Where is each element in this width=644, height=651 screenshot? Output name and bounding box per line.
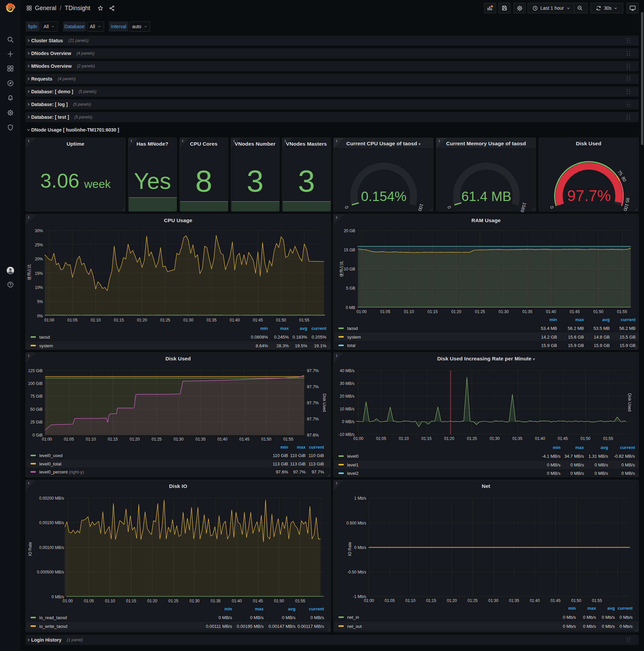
svg-text:current: current <box>617 606 633 611</box>
svg-text:0.00111 MB/s: 0.00111 MB/s <box>206 624 232 629</box>
svg-text:01:50: 01:50 <box>276 318 286 322</box>
svg-text:01:00: 01:00 <box>353 436 363 441</box>
svg-text:0.000500 MB/s: 0.000500 MB/s <box>37 570 64 575</box>
svg-text:min: min <box>568 606 576 611</box>
svg-text:56.2 MB: 56.2 MB <box>619 326 636 331</box>
svg-text:total: total <box>347 343 356 348</box>
svg-text:io_write_taosd: io_write_taosd <box>39 624 67 629</box>
svg-text:01:00: 01:00 <box>357 309 366 314</box>
svg-text:97.7%: 97.7% <box>307 417 319 422</box>
svg-text:0 MB/s: 0 MB/s <box>250 615 264 620</box>
svg-text:01:30: 01:30 <box>490 436 500 441</box>
svg-text:01:40: 01:40 <box>232 599 242 603</box>
svg-text:1589: 1589 <box>520 202 527 213</box>
svg-text:avg: avg <box>607 606 615 611</box>
svg-text:5 GB: 5 GB <box>346 286 355 290</box>
svg-text:IO Rate: IO Rate <box>28 542 33 556</box>
svg-text:01:25: 01:25 <box>468 598 478 603</box>
svg-text:30 MB/s: 30 MB/s <box>340 381 355 386</box>
svg-text:01:05: 01:05 <box>376 436 386 441</box>
svg-text:0 MB/s: 0 MB/s <box>282 615 296 620</box>
svg-text:0 MB/s: 0 MB/s <box>595 471 608 476</box>
svg-text:61.4 MB: 61.4 MB <box>461 189 512 204</box>
svg-text:01:20: 01:20 <box>444 436 454 441</box>
svg-text:01:50: 01:50 <box>571 598 581 603</box>
svg-text:80: 80 <box>620 176 627 183</box>
svg-text:01:10: 01:10 <box>404 309 414 314</box>
svg-text:0 Mb/s: 0 Mb/s <box>583 624 597 629</box>
svg-text:使用占比: 使用占比 <box>339 261 344 277</box>
svg-text:01:45: 01:45 <box>558 436 568 441</box>
svg-text:01:00: 01:00 <box>44 318 54 322</box>
svg-text:current: current <box>309 607 324 611</box>
svg-text:01:45: 01:45 <box>253 599 263 603</box>
svg-text:-0.50 Mb/s: -0.50 Mb/s <box>347 570 366 575</box>
svg-text:97.7%: 97.7% <box>567 187 611 204</box>
svg-text:113 GiB: 113 GiB <box>290 461 305 466</box>
svg-text:io_read_taosd: io_read_taosd <box>39 615 67 620</box>
svg-text:19.1%: 19.1% <box>314 343 326 348</box>
svg-text:113 GiB: 113 GiB <box>309 461 324 466</box>
svg-text:1.31 MB/s: 1.31 MB/s <box>588 454 608 459</box>
svg-text:0 MB/s: 0 MB/s <box>311 615 324 620</box>
svg-text:15.6 GB: 15.6 GB <box>568 335 584 340</box>
svg-text:01:40: 01:40 <box>217 437 227 442</box>
svg-text:0 MB: 0 MB <box>346 305 355 310</box>
svg-text:0 Mb/s: 0 Mb/s <box>583 615 597 620</box>
svg-text:01:20: 01:20 <box>451 309 461 314</box>
svg-text:15.9 GB: 15.9 GB <box>568 343 584 348</box>
svg-text:113 GiB: 113 GiB <box>273 461 288 466</box>
svg-text:0: 0 <box>446 205 452 209</box>
svg-text:100 GiB: 100 GiB <box>28 381 42 386</box>
svg-text:97.7%: 97.7% <box>312 469 324 474</box>
svg-text:min: min <box>549 317 557 322</box>
svg-text:0 Mb/s: 0 Mb/s <box>619 624 633 629</box>
svg-text:level1: level1 <box>347 462 359 467</box>
svg-text:avg: avg <box>288 607 295 611</box>
svg-text:使用占比: 使用占比 <box>27 264 32 280</box>
svg-text:20 MB/s: 20 MB/s <box>340 394 355 399</box>
svg-text:system: system <box>347 335 361 340</box>
svg-text:01:30: 01:30 <box>488 598 498 603</box>
svg-text:1 Mb/s: 1 Mb/s <box>354 496 366 501</box>
svg-text:max: max <box>297 445 306 450</box>
svg-text:01:10: 01:10 <box>105 599 115 603</box>
svg-text:01:20: 01:20 <box>137 318 147 322</box>
svg-text:01:15: 01:15 <box>426 598 436 603</box>
svg-text:53.5 MB: 53.5 MB <box>594 326 610 331</box>
svg-text:01:15: 01:15 <box>108 437 118 442</box>
svg-text:01:50: 01:50 <box>261 437 271 442</box>
svg-text:20 GB: 20 GB <box>344 228 355 233</box>
svg-text:97.7%: 97.7% <box>307 368 319 373</box>
svg-text:0 MB/s: 0 MB/s <box>621 471 635 476</box>
svg-text:0 MB/s: 0 MB/s <box>571 462 584 467</box>
svg-text:75: 75 <box>616 169 623 177</box>
svg-text:0 Mb/s: 0 Mb/s <box>563 624 576 629</box>
svg-text:01:35: 01:35 <box>206 318 217 322</box>
svg-text:01:05: 01:05 <box>64 437 74 442</box>
svg-text:14.8 GB: 14.8 GB <box>594 335 610 340</box>
svg-text:53.4 MB: 53.4 MB <box>541 326 557 331</box>
svg-text:56.2 MB: 56.2 MB <box>568 326 584 331</box>
svg-text:125 GiB: 125 GiB <box>28 368 42 373</box>
svg-text:01:15: 01:15 <box>126 599 136 603</box>
svg-text:system: system <box>39 343 53 348</box>
svg-text:0.245%: 0.245% <box>274 335 289 340</box>
svg-text:taosd: taosd <box>347 326 358 331</box>
svg-text:01:15: 01:15 <box>114 318 124 322</box>
svg-text:max: max <box>255 607 264 611</box>
svg-text:0.205%: 0.205% <box>312 335 327 340</box>
svg-text:01:00: 01:00 <box>42 437 52 442</box>
svg-text:01:15: 01:15 <box>422 436 432 441</box>
svg-text:0.0808%: 0.0808% <box>251 335 268 340</box>
svg-text:0 MB/s: 0 MB/s <box>342 420 355 424</box>
svg-text:0 MB/s: 0 MB/s <box>547 462 561 467</box>
svg-text:0: 0 <box>549 205 555 209</box>
svg-text:current: current <box>620 317 636 322</box>
svg-text:current: current <box>311 326 326 331</box>
svg-text:100: 100 <box>417 203 424 212</box>
svg-text:110 GiB: 110 GiB <box>273 453 288 458</box>
svg-text:01:30: 01:30 <box>184 318 194 322</box>
svg-text:current: current <box>620 445 635 450</box>
svg-text:01:35: 01:35 <box>196 437 205 442</box>
